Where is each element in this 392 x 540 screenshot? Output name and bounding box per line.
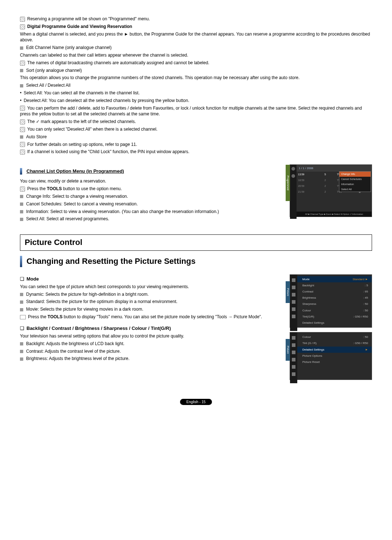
heading-channel-list-option: Channel List Option Menu (in Programmed) <box>20 168 282 175</box>
item-sort: Sort (only analogue channel) <box>20 68 372 74</box>
mode-dynamic: Dynamic: Selects the picture for high-de… <box>20 291 282 298</box>
osd1-side-tab: Programmed <box>286 165 290 201</box>
bct-backlight: Backlight: Adjusts the brightness of LCD… <box>20 341 282 347</box>
bct-contrast: Contrast: Adjusts the contrast level of … <box>20 348 282 355</box>
osd-picture-menu-2: Picture Colour: 50Tint (G / R): G50 / R5… <box>290 332 372 380</box>
osd1-date: 1 / 1 / 2008 <box>297 165 372 172</box>
gear-icon <box>292 358 295 361</box>
menu-row[interactable]: Tint(G/R): G50 / R50 <box>297 314 372 320</box>
heart-icon <box>291 167 295 171</box>
display-icon <box>292 336 295 340</box>
item-auto-store: Auto Store <box>20 134 372 140</box>
menu-row[interactable]: Contrast: 95 <box>297 289 372 295</box>
clom-intro: You can view, modify or delete a reserva… <box>20 178 282 184</box>
menu-row[interactable]: Tint (G / R): G50 / R50 <box>297 340 372 346</box>
note-digital-guide-body: When a digital channel is selected, and … <box>20 31 372 44</box>
bct-brightness: Brightness: Adjusts the brightness level… <box>20 356 282 362</box>
menu-row[interactable]: Colour: 50 <box>297 334 372 340</box>
clom-change-info: Change Info: Select to change a viewing … <box>20 193 282 200</box>
mode-intro: You can select the type of picture which… <box>20 284 282 290</box>
menu-row[interactable]: Brightness: 45 <box>297 295 372 301</box>
select-all-n3: You can only select "Deselect All" when … <box>20 126 372 132</box>
menu-row[interactable]: Picture Options <box>297 353 372 359</box>
input-icon <box>292 307 295 311</box>
osd-picture-menu-1: Picture ModeStandard ►Backlight: 5Contra… <box>290 274 372 328</box>
display-icon <box>292 278 295 282</box>
heading-mode: Mode <box>20 276 282 282</box>
heading-changing-resetting: Changing and Resetting the Picture Setti… <box>20 256 372 267</box>
osd-programmed-menu: Programmed 1 / 1 / 2008 13:595TV1◉ 18:59… <box>290 164 372 217</box>
menu-row[interactable]: Detailed Settings ► <box>297 347 372 353</box>
heading-backlight-contrast: Backlight / Contrast / Brightness / Shar… <box>20 325 282 332</box>
item-select-all: Select All / Deselect All <box>20 82 372 89</box>
menu-row[interactable]: Picture Reset <box>297 359 372 365</box>
edit-channel-note: The names of digital broadcasting channe… <box>20 60 372 66</box>
menu-row[interactable]: ModeStandard ► <box>297 276 372 282</box>
osd1-bottom-bar: All ■ Channel Type ■ Zoom ■ Select ⧉ Opt… <box>297 212 372 217</box>
clom-information: Information: Select to view a viewing re… <box>20 209 282 215</box>
note-digital-guide: Digital Programme Guide and Viewing Rese… <box>20 24 372 30</box>
heading-picture-control: Picture Control <box>20 234 372 251</box>
item-edit-channel: Edit Channel Name (only analogue channel… <box>20 45 372 51</box>
menu-row[interactable]: Backlight: 5 <box>297 282 372 289</box>
clom-cancel-schedules: Cancel Schedules: Select to cancel a vie… <box>20 201 282 207</box>
antenna-icon <box>292 351 295 354</box>
support-icon <box>292 372 295 376</box>
edit-channel-desc: Channels can labeled so that their call … <box>20 52 372 58</box>
select-all-b1: Select All: You can select all the chann… <box>20 90 372 96</box>
mode-standard: Standard: Selects the picture for the op… <box>20 299 282 305</box>
page-footer: English - 15 <box>20 399 372 405</box>
clom-note: Press the TOOLS button to use the option… <box>20 186 282 192</box>
speaker-icon <box>292 343 295 347</box>
input-icon <box>292 365 295 369</box>
gear-icon <box>292 300 295 304</box>
mode-note: Press the TOOLS button to display "Tools… <box>20 314 282 320</box>
menu-row[interactable]: Colour: 50 <box>297 307 372 314</box>
support-icon <box>292 315 295 318</box>
note-reserving: Reserving a programme will be shown on "… <box>20 16 372 22</box>
auto-store-n1: For further details on setting up option… <box>20 142 372 148</box>
sort-desc: This operation allows you to change the … <box>20 75 372 81</box>
select-all-n1: You can perform the add / delete, add to… <box>20 105 372 118</box>
menu-row[interactable]: Detailed Settings <box>297 320 372 326</box>
select-all-b2: Deselect All: You can deselect all the s… <box>20 98 372 104</box>
auto-store-n2: If a channel is locked using the "Child … <box>20 149 372 155</box>
mode-movie: Movie: Selects the picture for viewing m… <box>20 306 282 312</box>
menu-row[interactable]: Sharpness: 50 <box>297 301 372 307</box>
bct-intro: Your television has several setting opti… <box>20 333 282 339</box>
popup-cancel-schedules[interactable]: Cancel Schedules <box>339 177 371 182</box>
popup-change-info[interactable]: Change Info <box>339 172 371 177</box>
popup-select-all[interactable]: Select All <box>339 187 371 192</box>
select-all-n2: The ✓ mark appears to the left of the se… <box>20 119 372 125</box>
osd1-popup: Change Info Cancel Schedules Information… <box>339 171 371 192</box>
speaker-icon <box>292 286 295 289</box>
globe-icon <box>291 174 295 178</box>
clom-select-all: Select All: Select all reserved programm… <box>20 216 282 222</box>
popup-information[interactable]: Information <box>339 182 371 187</box>
osd2b-side-tab: Picture <box>286 339 290 361</box>
osd2a-side-tab: Picture <box>286 281 290 303</box>
antenna-icon <box>292 293 295 296</box>
